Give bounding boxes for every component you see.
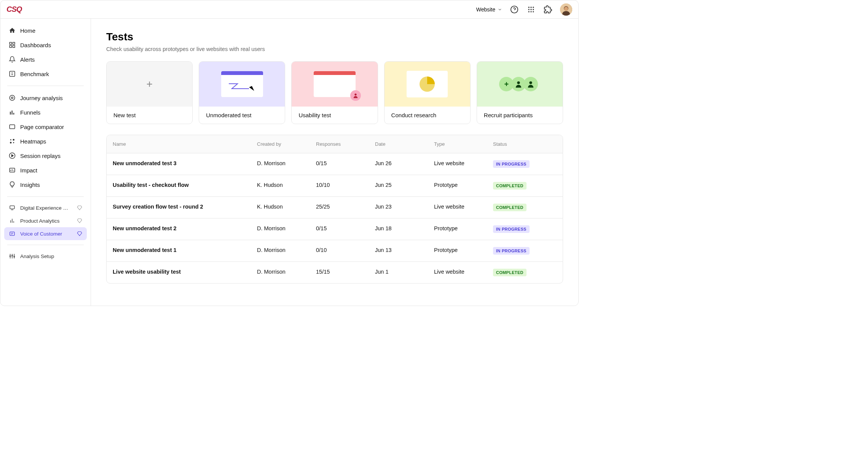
sidebar-item-heatmaps[interactable]: Heatmaps xyxy=(4,134,87,148)
pie-chart-illustration xyxy=(407,71,448,97)
extensions-button[interactable] xyxy=(543,5,552,14)
svg-point-30 xyxy=(10,142,12,144)
cell-responses: 0/15 xyxy=(316,225,375,233)
card-label: Recruit participants xyxy=(477,107,563,124)
svg-point-10 xyxy=(533,11,534,12)
page-subtitle: Check usability across prototypes or liv… xyxy=(106,46,563,52)
heatmap-icon xyxy=(9,138,16,145)
table-row[interactable]: Live website usability testD. Morrison15… xyxy=(107,262,563,283)
svg-rect-25 xyxy=(12,111,13,115)
sidebar-item-page-comparator[interactable]: Page comparator xyxy=(4,120,87,134)
sidebar-item-label: Impact xyxy=(20,167,82,174)
cell-date: Jun 18 xyxy=(375,225,434,233)
card-label: Conduct research xyxy=(385,107,470,124)
apps-grid-icon xyxy=(527,6,535,13)
table-header: Name Created by Responses Date Type Stat… xyxy=(107,135,563,153)
svg-point-53 xyxy=(354,94,356,96)
svg-point-9 xyxy=(530,11,531,12)
cell-creator: D. Morrison xyxy=(257,247,316,255)
cell-name: Usability test - checkout flow xyxy=(107,182,257,190)
sidebar-item-alerts[interactable]: Alerts xyxy=(4,52,87,67)
funnel-icon xyxy=(9,109,16,116)
svg-rect-18 xyxy=(10,46,11,48)
svg-point-23 xyxy=(11,97,13,99)
card-label: New test xyxy=(107,107,192,124)
column-header-creator: Created by xyxy=(257,141,316,147)
svg-point-22 xyxy=(10,95,15,100)
sidebar-item-label: Analysis Setup xyxy=(20,253,82,259)
sidebar-item-analysis-setup[interactable]: Analysis Setup xyxy=(4,250,87,263)
table-row[interactable]: New unmoderated test 3D. Morrison0/15Jun… xyxy=(107,153,563,175)
content-area: Tests Check usability across prototypes … xyxy=(91,19,578,306)
column-header-status: Status xyxy=(493,141,563,147)
nav-divider xyxy=(7,86,84,86)
svg-point-28 xyxy=(10,139,11,140)
template-cards: + New test Unmoderated test xyxy=(106,61,563,124)
svg-marker-33 xyxy=(12,155,14,157)
cell-name: New unmoderated test 1 xyxy=(107,247,257,255)
sidebar-item-label: Session replays xyxy=(20,153,82,159)
sidebar-item-session-replays[interactable]: Session replays xyxy=(4,148,87,163)
workspace-dropdown[interactable]: Website xyxy=(476,6,502,13)
card-recruit-participants[interactable]: + Recruit participants xyxy=(477,61,563,124)
cell-status: COMPLETED xyxy=(493,269,563,276)
voc-icon xyxy=(9,230,16,237)
apps-button[interactable] xyxy=(527,5,536,14)
sidebar-item-benchmark[interactable]: Benchmark xyxy=(4,67,87,81)
svg-rect-16 xyxy=(13,42,15,44)
sidebar-item-label: Digital Experience Monitor... xyxy=(20,205,72,211)
card-new-test[interactable]: + New test xyxy=(106,61,193,124)
card-unmoderated-test[interactable]: Unmoderated test xyxy=(199,61,285,124)
sidebar-item-label: Journey analysis xyxy=(20,95,82,101)
impact-icon xyxy=(9,167,16,174)
cell-type: Prototype xyxy=(434,225,493,233)
cell-name: New unmoderated test 2 xyxy=(107,225,257,233)
svg-point-31 xyxy=(13,142,14,143)
status-badge: IN PROGRESS xyxy=(493,247,530,255)
mini-window-illustration xyxy=(221,71,263,97)
sidebar-item-product-analytics[interactable]: Product Analytics xyxy=(4,214,87,227)
svg-rect-38 xyxy=(10,206,14,209)
cell-responses: 10/10 xyxy=(316,182,375,190)
mini-window-illustration xyxy=(314,71,356,97)
column-header-date: Date xyxy=(375,141,434,147)
journey-icon xyxy=(9,94,16,101)
help-button[interactable] xyxy=(510,5,519,14)
sidebar-item-label: Alerts xyxy=(20,56,82,63)
cell-creator: D. Morrison xyxy=(257,269,316,276)
table-row[interactable]: Survey creation flow test - round 2K. Hu… xyxy=(107,197,563,218)
sidebar-item-insights[interactable]: Insights xyxy=(4,177,87,192)
column-header-type: Type xyxy=(434,141,493,147)
sidebar-item-impact[interactable]: Impact xyxy=(4,163,87,177)
svg-rect-24 xyxy=(10,112,11,115)
status-badge: IN PROGRESS xyxy=(493,160,530,168)
compare-icon xyxy=(9,123,16,130)
sidebar-item-label: Home xyxy=(20,27,82,34)
nav-divider xyxy=(7,196,84,197)
user-avatar[interactable] xyxy=(560,3,572,16)
svg-point-7 xyxy=(533,9,534,10)
table-row[interactable]: New unmoderated test 2D. Morrison0/15Jun… xyxy=(107,218,563,240)
cell-type: Live website xyxy=(434,204,493,211)
table-row[interactable]: Usability test - checkout flowK. Hudson1… xyxy=(107,175,563,197)
card-label: Usability test xyxy=(292,107,377,124)
svg-rect-17 xyxy=(13,46,15,48)
diamond-icon xyxy=(77,231,82,236)
cell-name: Survey creation flow test - round 2 xyxy=(107,204,257,211)
sidebar-item-voc[interactable]: Voice of Customer xyxy=(4,227,87,240)
card-conduct-research[interactable]: Conduct research xyxy=(384,61,471,124)
svg-point-4 xyxy=(533,6,534,8)
card-usability-test[interactable]: Usability test xyxy=(291,61,378,124)
sidebar-item-dashboards[interactable]: Dashboards xyxy=(4,38,87,52)
cell-date: Jun 23 xyxy=(375,204,434,211)
cell-creator: D. Morrison xyxy=(257,160,316,168)
table-row[interactable]: New unmoderated test 1D. Morrison0/10Jun… xyxy=(107,240,563,262)
cell-name: Live website usability test xyxy=(107,269,257,276)
sidebar-item-funnels[interactable]: Funnels xyxy=(4,105,87,120)
sidebar-item-home[interactable]: Home xyxy=(4,23,87,38)
sidebar-item-journey[interactable]: Journey analysis xyxy=(4,91,87,105)
benchmark-icon xyxy=(9,70,16,77)
sidebar-item-label: Product Analytics xyxy=(20,218,72,224)
sidebar-item-dem[interactable]: Digital Experience Monitor... xyxy=(4,201,87,214)
cell-creator: K. Hudson xyxy=(257,204,316,211)
